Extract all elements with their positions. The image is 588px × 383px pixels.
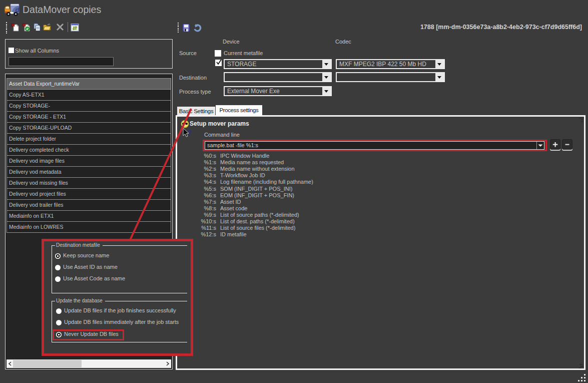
svg-text:?: ? <box>188 129 192 137</box>
